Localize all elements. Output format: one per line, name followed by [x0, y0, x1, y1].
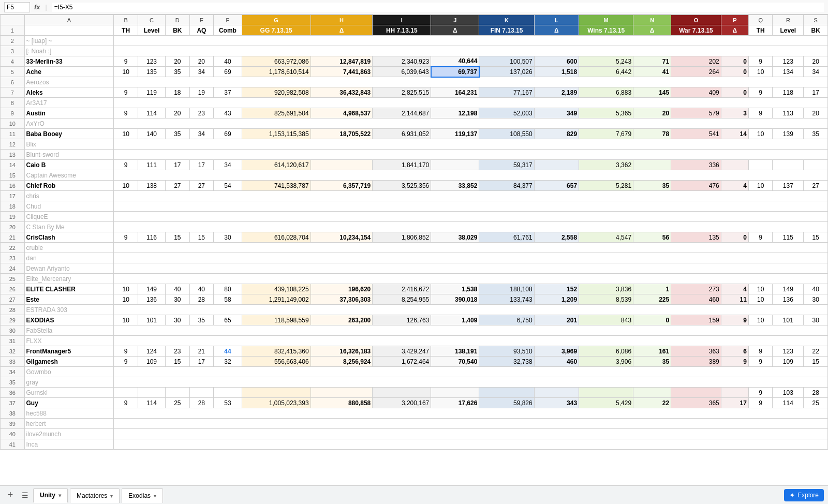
cell-name[interactable]: FrontManager5 — [24, 346, 114, 357]
cell-name[interactable]: Austin — [24, 108, 114, 118]
table-row: 20 C Stan By Me — [1, 222, 828, 232]
col-header-N[interactable]: N — [633, 15, 671, 25]
cell-name[interactable]: crubie — [24, 243, 114, 253]
col-header-K[interactable]: K — [479, 15, 534, 25]
cell-A1[interactable] — [24, 25, 114, 36]
cell-name[interactable]: Guy — [24, 398, 114, 408]
cell-O1[interactable]: War 7.13.15 — [671, 25, 721, 36]
cell-name[interactable]: ilove2munch — [24, 429, 114, 439]
cell-Q1[interactable]: TH — [748, 25, 773, 36]
col-header-G[interactable]: G — [242, 15, 310, 25]
cell-M1[interactable]: Wins 7.13.15 — [579, 25, 633, 36]
sheet-tab-mactatores[interactable]: Mactatores ▾ — [70, 488, 120, 503]
spreadsheet: A B C D E F G H I J K L M N O P Q — [0, 14, 828, 450]
cell-name[interactable]: Blix — [24, 139, 114, 150]
cell-E1[interactable]: AQ — [189, 25, 214, 36]
cell-name[interactable]: gray — [24, 377, 114, 388]
explore-button[interactable]: ✦ Explore — [784, 489, 824, 501]
cell-name[interactable]: Aleks — [24, 87, 114, 98]
cell-name[interactable]: CrisClash — [24, 232, 114, 243]
cell-G1[interactable]: GG 7.13.15 — [242, 25, 310, 36]
cell-name[interactable]: Captain Awesome — [24, 170, 114, 181]
tab-dropdown-icon-exodias[interactable]: ▾ — [154, 493, 156, 499]
sheet-tab-unity[interactable]: Unity ▾ — [33, 488, 68, 503]
col-header-H[interactable]: H — [310, 15, 373, 25]
sheet-tab-exodias[interactable]: Exodias ▾ — [122, 488, 163, 503]
cell-name[interactable]: Aerozos — [24, 77, 114, 87]
cell-name[interactable]: Dewan Ariyanto — [24, 263, 114, 274]
sheet-list-button[interactable]: ☰ — [19, 489, 31, 501]
table-row: 5 Ache 10 135 35 34 69 1,178,610,514 7,4… — [1, 67, 828, 77]
cell-name[interactable]: Chief Rob — [24, 181, 114, 191]
cell-name[interactable]: C Stan By Me — [24, 222, 114, 232]
cell-N1[interactable]: Δ — [633, 25, 671, 36]
col-header-J[interactable]: J — [431, 15, 479, 25]
tab-dropdown-icon-mactatores[interactable]: ▾ — [110, 493, 113, 499]
cell-name[interactable]: Este — [24, 294, 114, 305]
cell-name[interactable]: FabStella — [24, 325, 114, 336]
cell-name[interactable]: 33-Merlin-33 — [24, 56, 114, 67]
col-header-A[interactable]: A — [24, 15, 114, 25]
table-row: 24 Dewan Ariyanto — [1, 263, 828, 274]
cell-P1[interactable]: Δ — [721, 25, 748, 36]
cell-reference[interactable] — [4, 2, 30, 12]
cell-name[interactable]: dan — [24, 253, 114, 263]
cell-name[interactable]: EXODIAS — [24, 315, 114, 325]
cell-name[interactable]: ESTRADA 303 — [24, 305, 114, 315]
col-header-B[interactable]: B — [114, 15, 138, 25]
cell-J1[interactable]: Δ — [431, 25, 479, 36]
row-num: 18 — [1, 201, 25, 212]
cell-name[interactable]: herbert — [24, 419, 114, 429]
cell-C1[interactable]: Level — [138, 25, 165, 36]
cell-name[interactable]: AxYrO — [24, 118, 114, 129]
cell-L1[interactable]: Δ — [534, 25, 579, 36]
cell-H1[interactable]: Δ — [310, 25, 373, 36]
col-header-S[interactable]: S — [804, 15, 828, 25]
cell-D1[interactable]: BK — [166, 25, 190, 36]
cell-name[interactable]: [: Noah :] — [24, 46, 114, 56]
cell-name[interactable]: Baba Booey — [24, 129, 114, 139]
selected-cell[interactable]: 69,737 — [431, 67, 479, 77]
tab-dropdown-icon-unity[interactable]: ▾ — [58, 493, 61, 498]
cell-name[interactable]: FLXX — [24, 336, 114, 346]
cell-name[interactable]: CliqueE — [24, 212, 114, 222]
col-header-D[interactable]: D — [166, 15, 190, 25]
col-header-Q[interactable]: Q — [748, 15, 773, 25]
cell-name[interactable]: Gowmbo — [24, 367, 114, 377]
cell-K1[interactable]: FIN 7.13.15 — [479, 25, 534, 36]
cell-name[interactable]: Inca — [24, 439, 114, 450]
cell-name[interactable]: Elite_Mercenary — [24, 274, 114, 284]
col-header-C[interactable]: C — [138, 15, 165, 25]
cell-name[interactable]: Gurnski — [24, 388, 114, 398]
col-header-O[interactable]: O — [671, 15, 721, 25]
col-header-I[interactable]: I — [373, 15, 431, 25]
table-row: 12 Blix — [1, 139, 828, 150]
col-header-E[interactable]: E — [189, 15, 214, 25]
row-num: 41 — [1, 439, 25, 450]
col-header-M[interactable]: M — [579, 15, 633, 25]
cell-name[interactable]: ~ [luap] ~ — [24, 36, 114, 46]
cell-name[interactable]: Gilgamesh — [24, 357, 114, 367]
cell-name[interactable]: ELITE CLASHER — [24, 284, 114, 294]
table-row: 30 FabStella — [1, 325, 828, 336]
cell-name[interactable]: Ache — [24, 67, 114, 77]
col-header-P[interactable]: P — [721, 15, 748, 25]
cell-name[interactable]: chris — [24, 191, 114, 201]
cell-I1[interactable]: HH 7.13.15 — [373, 25, 431, 36]
sheet-container[interactable]: A B C D E F G H I J K L M N O P Q — [0, 14, 828, 485]
cell-name[interactable]: Chud — [24, 201, 114, 212]
col-header-F[interactable]: F — [214, 15, 242, 25]
cell-name[interactable]: hec588 — [24, 408, 114, 419]
col-header-L[interactable]: L — [534, 15, 579, 25]
col-header-R[interactable]: R — [773, 15, 804, 25]
cell-name[interactable]: Ar3A17 — [24, 98, 114, 108]
cell-R1[interactable]: Level — [773, 25, 804, 36]
cell-S1[interactable]: BK — [804, 25, 828, 36]
cell-F1[interactable]: Comb — [214, 25, 242, 36]
formula-input[interactable]: =I5-X5 — [52, 3, 824, 12]
cell-B1[interactable]: TH — [114, 25, 138, 36]
cell-name[interactable]: Blunt-sword — [24, 150, 114, 160]
cell-name[interactable]: Caio B — [24, 160, 114, 170]
add-sheet-button[interactable]: + — [4, 489, 17, 501]
row-num: 15 — [1, 170, 25, 181]
